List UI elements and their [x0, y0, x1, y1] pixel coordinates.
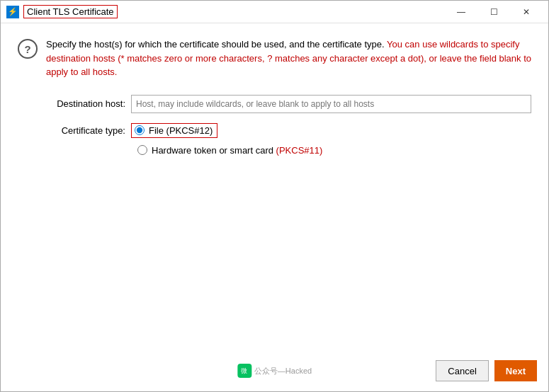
destination-host-row: Destination host:	[18, 95, 531, 113]
dialog-content: ? Specify the host(s) for which the cert…	[1, 23, 548, 353]
dialog-footer: 微 公众号—Hacked Cancel Next	[1, 353, 548, 391]
certificate-type-group: Certificate type: File (PKCS#12) Hardwar…	[18, 123, 531, 156]
watermark: 微 公众号—Hacked	[237, 364, 312, 378]
description-prefix: Specify the host(s) for which the certif…	[46, 39, 387, 50]
destination-host-input[interactable]	[131, 95, 531, 113]
help-icon: ?	[18, 39, 38, 59]
hardware-token-option[interactable]: Hardware token or smart card (PKCS#11)	[137, 145, 322, 156]
wechat-icon: 微	[237, 364, 251, 378]
hardware-token-label: Hardware token or smart card (PKCS#11)	[152, 145, 322, 156]
next-button[interactable]: Next	[494, 360, 537, 381]
maximize-button[interactable]: ☐	[477, 1, 510, 23]
title-bar: ⚡ Client TLS Certificate — ☐ ✕	[1, 1, 548, 23]
certificate-type-row: Certificate type: File (PKCS#12)	[46, 123, 531, 138]
watermark-text: 公众号—Hacked	[254, 366, 312, 376]
app-icon: ⚡	[6, 6, 19, 18]
window-controls: — ☐ ✕	[445, 1, 543, 23]
description-row: ? Specify the host(s) for which the cert…	[18, 38, 531, 79]
radio-options: File (PKCS#12)	[131, 123, 217, 138]
close-button[interactable]: ✕	[510, 1, 543, 23]
file-pkcs12-option[interactable]: File (PKCS#12)	[131, 123, 217, 138]
minimize-button[interactable]: —	[445, 1, 477, 23]
title-bar-left: ⚡ Client TLS Certificate	[6, 5, 118, 18]
hardware-token-row: Hardware token or smart card (PKCS#11)	[46, 145, 531, 156]
description-text: Specify the host(s) for which the certif…	[46, 38, 531, 79]
cancel-button[interactable]: Cancel	[436, 360, 488, 381]
destination-host-label: Destination host:	[46, 98, 131, 109]
window-title: Client TLS Certificate	[23, 5, 118, 18]
file-pkcs12-label: File (PKCS#12)	[149, 125, 213, 136]
hardware-token-radio[interactable]	[137, 145, 147, 155]
file-pkcs12-radio[interactable]	[135, 125, 145, 135]
main-window: ⚡ Client TLS Certificate — ☐ ✕ ? Specify…	[0, 0, 549, 392]
certificate-type-label: Certificate type:	[46, 125, 131, 136]
